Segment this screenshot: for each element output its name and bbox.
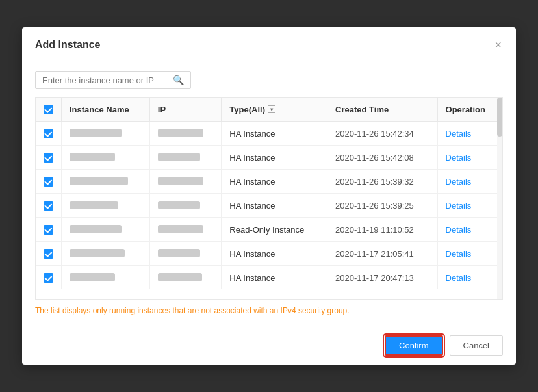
row-operation[interactable]: Details	[437, 266, 502, 290]
search-bar[interactable]: 🔍	[35, 71, 191, 89]
row-checkbox-cell[interactable]	[36, 122, 62, 146]
header-type[interactable]: Type(All) ▾	[222, 98, 327, 122]
search-input[interactable]	[42, 75, 173, 85]
type-filter[interactable]: Type(All) ▾	[229, 105, 275, 114]
row-operation[interactable]: Details	[437, 242, 502, 266]
row-operation[interactable]: Details	[437, 218, 502, 242]
row-checkbox[interactable]	[44, 177, 53, 187]
modal-header: Add Instance ×	[22, 27, 516, 60]
row-checkbox[interactable]	[44, 129, 53, 138]
details-link[interactable]: Details	[446, 249, 472, 259]
scrollbar-thumb[interactable]	[497, 98, 502, 137]
table-row: instanceipHA Instance2020-11-26 15:42:08…	[36, 146, 502, 170]
row-checkbox[interactable]	[44, 153, 53, 163]
row-ip: ip	[149, 266, 222, 290]
row-checkbox[interactable]	[44, 249, 53, 259]
row-type: HA Instance	[222, 242, 327, 266]
close-button[interactable]: ×	[493, 38, 503, 52]
table-scroll-area[interactable]: Instance Name IP Type(All) ▾ Created Tim…	[36, 98, 502, 299]
row-created-time: 2020-11-26 15:39:25	[327, 194, 438, 218]
row-checkbox-cell[interactable]	[36, 170, 62, 194]
row-operation[interactable]: Details	[437, 146, 502, 170]
details-link[interactable]: Details	[446, 153, 472, 163]
table-row: instanceipHA Instance2020-11-26 15:39:32…	[36, 170, 502, 194]
modal-footer: Confirm Cancel	[22, 326, 516, 365]
row-checkbox[interactable]	[44, 273, 53, 283]
instance-table-container: Instance Name IP Type(All) ▾ Created Tim…	[35, 97, 503, 300]
row-operation[interactable]: Details	[437, 122, 502, 146]
row-checkbox[interactable]	[44, 201, 53, 211]
row-ip: ip	[149, 122, 222, 146]
row-checkbox-cell[interactable]	[36, 266, 62, 290]
table-row: instanceipHA Instance2020-11-17 21:05:41…	[36, 242, 502, 266]
row-checkbox-cell[interactable]	[36, 146, 62, 170]
row-type: HA Instance	[222, 122, 327, 146]
search-icon: 🔍	[173, 75, 184, 85]
modal-title: Add Instance	[35, 39, 100, 51]
row-operation[interactable]: Details	[437, 170, 502, 194]
details-link[interactable]: Details	[446, 273, 472, 283]
table-row: instanceipHA Instance2020-11-17 20:47:13…	[36, 266, 502, 290]
row-instance-name: instance	[62, 218, 150, 242]
row-checkbox[interactable]	[44, 225, 53, 235]
instance-table: Instance Name IP Type(All) ▾ Created Tim…	[36, 98, 502, 289]
details-link[interactable]: Details	[446, 177, 472, 187]
details-link[interactable]: Details	[446, 225, 472, 235]
table-row: instanceipHA Instance2020-11-26 15:42:34…	[36, 122, 502, 146]
row-ip: ip	[149, 194, 222, 218]
row-ip: ip	[149, 218, 222, 242]
row-created-time: 2020-11-26 15:42:08	[327, 146, 438, 170]
row-created-time: 2020-11-26 15:39:32	[327, 170, 438, 194]
row-created-time: 2020-11-17 21:05:41	[327, 242, 438, 266]
row-ip: ip	[149, 170, 222, 194]
row-type: HA Instance	[222, 266, 327, 290]
info-text: The list displays only running instances…	[35, 306, 503, 315]
row-instance-name: instance	[62, 122, 150, 146]
row-instance-name: instance	[62, 146, 150, 170]
row-created-time: 2020-11-26 15:42:34	[327, 122, 438, 146]
add-instance-modal: Add Instance × 🔍 Instance Name IP	[22, 27, 516, 365]
header-created-time: Created Time	[327, 98, 438, 122]
row-instance-name: instance	[62, 194, 150, 218]
details-link[interactable]: Details	[446, 201, 472, 211]
row-created-time: 2020-11-17 20:47:13	[327, 266, 438, 290]
row-operation[interactable]: Details	[437, 194, 502, 218]
scrollbar-track	[497, 98, 502, 299]
header-checkbox-cell[interactable]	[36, 98, 62, 122]
header-ip: IP	[149, 98, 222, 122]
cancel-button[interactable]: Cancel	[450, 335, 503, 356]
select-all-checkbox[interactable]	[44, 105, 53, 114]
confirm-button[interactable]: Confirm	[385, 335, 443, 356]
table-header-row: Instance Name IP Type(All) ▾ Created Tim…	[36, 98, 502, 122]
row-type: Read-Only Instance	[222, 218, 327, 242]
row-type: HA Instance	[222, 170, 327, 194]
header-instance-name: Instance Name	[62, 98, 150, 122]
filter-arrow-icon: ▾	[268, 105, 275, 113]
row-instance-name: instance	[62, 242, 150, 266]
details-link[interactable]: Details	[446, 129, 472, 138]
row-type: HA Instance	[222, 146, 327, 170]
row-checkbox-cell[interactable]	[36, 242, 62, 266]
row-type: HA Instance	[222, 194, 327, 218]
row-checkbox-cell[interactable]	[36, 218, 62, 242]
table-row: instanceipRead-Only Instance2020-11-19 1…	[36, 218, 502, 242]
row-instance-name: instance	[62, 170, 150, 194]
table-body: instanceipHA Instance2020-11-26 15:42:34…	[36, 122, 502, 290]
row-ip: ip	[149, 146, 222, 170]
row-instance-name: instance	[62, 266, 150, 290]
row-checkbox-cell[interactable]	[36, 194, 62, 218]
row-created-time: 2020-11-19 11:10:52	[327, 218, 438, 242]
header-operation: Operation	[437, 98, 502, 122]
table-row: instanceipHA Instance2020-11-26 15:39:25…	[36, 194, 502, 218]
modal-body: 🔍 Instance Name IP Type	[22, 60, 516, 326]
row-ip: ip	[149, 242, 222, 266]
